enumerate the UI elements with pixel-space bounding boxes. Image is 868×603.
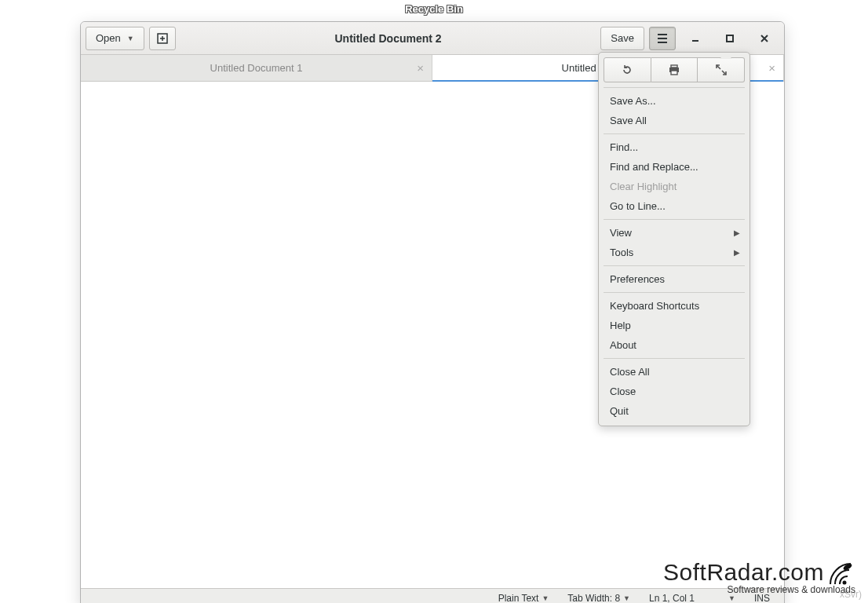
save-button-label: Save xyxy=(611,32,634,44)
hamburger-icon xyxy=(657,34,668,43)
svg-rect-4 xyxy=(671,71,677,75)
satellite-icon xyxy=(829,559,855,586)
watermark: SoftRadar.com Software reviews & downloa… xyxy=(663,559,855,595)
menu-help[interactable]: Help xyxy=(604,316,745,335)
fullscreen-button[interactable] xyxy=(698,57,745,82)
tab-untitled-1[interactable]: Untitled Document 1 × xyxy=(81,55,432,81)
menu-preferences[interactable]: Preferences xyxy=(604,269,745,289)
close-window-button[interactable] xyxy=(749,23,779,54)
titlebar: Open ▼ Untitled Document 2 Save xyxy=(81,22,784,55)
close-icon xyxy=(760,35,768,42)
menu-tools[interactable]: Tools ▶ xyxy=(604,243,745,262)
menu-view[interactable]: View ▶ xyxy=(604,223,745,243)
reload-button[interactable] xyxy=(604,57,651,82)
menu-keyboard-shortcuts[interactable]: Keyboard Shortcuts xyxy=(604,296,745,316)
minimize-icon xyxy=(691,35,699,42)
tab-label: Untitled Document 1 xyxy=(210,62,303,74)
print-icon xyxy=(668,64,680,75)
menu-close[interactable]: Close xyxy=(604,382,745,401)
chevron-right-icon: ▶ xyxy=(734,248,740,257)
menu-save-all[interactable]: Save All xyxy=(604,111,745,130)
plus-box-icon xyxy=(157,33,168,44)
menu-quit[interactable]: Quit xyxy=(604,401,745,421)
watermark-tagline: Software reviews & downloads xyxy=(663,584,855,595)
hamburger-popover: Save As... Save All Find... Find and Rep… xyxy=(598,52,750,426)
tab-close-button[interactable]: × xyxy=(768,61,775,75)
save-button[interactable]: Save xyxy=(600,27,644,50)
fullscreen-icon xyxy=(716,64,727,75)
chevron-down-icon: ▼ xyxy=(127,35,134,42)
hamburger-menu-button[interactable] xyxy=(649,27,676,50)
chevron-down-icon: ▼ xyxy=(728,594,735,602)
minimize-button[interactable] xyxy=(680,23,710,54)
window-title: Untitled Document 2 xyxy=(176,32,601,45)
reload-icon xyxy=(622,64,633,75)
menu-save-as[interactable]: Save As... xyxy=(604,91,745,111)
menu-find-replace[interactable]: Find and Replace... xyxy=(604,157,745,177)
status-tab-width[interactable]: Tab Width: 8 ▼ xyxy=(560,593,638,604)
new-document-button[interactable] xyxy=(149,27,176,50)
maximize-icon xyxy=(726,35,734,42)
menu-find[interactable]: Find... xyxy=(604,137,745,157)
status-syntax[interactable]: Plain Text ▼ xyxy=(491,593,557,604)
menu-about[interactable]: About xyxy=(604,335,745,355)
open-button-label: Open xyxy=(96,32,121,44)
chevron-down-icon: ▼ xyxy=(542,594,549,602)
menu-close-all[interactable]: Close All xyxy=(604,362,745,382)
menu-go-to-line[interactable]: Go to Line... xyxy=(604,196,745,216)
svg-rect-2 xyxy=(671,65,677,68)
desktop-recycle-bin-label: Recycle Bin xyxy=(405,3,463,15)
watermark-brand: SoftRadar.com xyxy=(663,559,824,586)
chevron-down-icon: ▼ xyxy=(623,594,630,602)
popover-toolbar xyxy=(604,57,745,82)
svg-rect-1 xyxy=(727,35,733,42)
print-button[interactable] xyxy=(651,57,698,82)
chevron-right-icon: ▶ xyxy=(734,228,740,237)
menu-clear-highlight: Clear Highlight xyxy=(604,177,745,196)
open-button[interactable]: Open ▼ xyxy=(86,27,144,50)
tab-close-button[interactable]: × xyxy=(417,61,424,75)
